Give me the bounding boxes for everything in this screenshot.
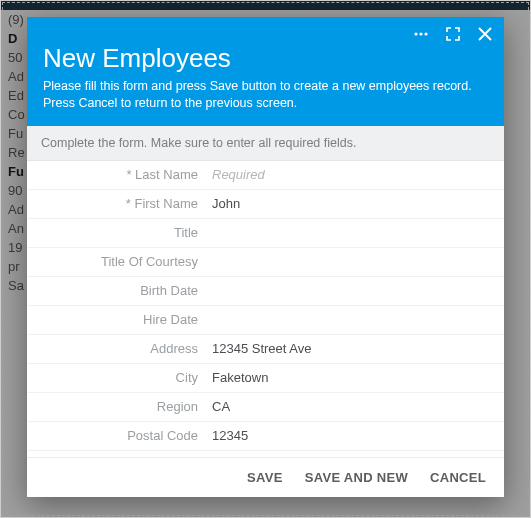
field-label: Address	[27, 335, 212, 362]
modal-header: New Employees Please fill this form and …	[27, 17, 504, 126]
svg-point-1	[419, 32, 422, 35]
field-value[interactable]: Faketown	[212, 364, 504, 391]
field-birth-date[interactable]: Birth Date	[27, 277, 504, 306]
field-value[interactable]: Required	[212, 161, 504, 188]
svg-point-0	[414, 32, 417, 35]
save-and-new-button[interactable]: SAVE AND NEW	[305, 470, 408, 485]
field-region[interactable]: Region CA	[27, 393, 504, 422]
field-label: Birth Date	[27, 277, 212, 304]
modal-subtitle: Please fill this form and press Save but…	[43, 78, 473, 112]
field-value[interactable]: John	[212, 190, 504, 217]
field-title[interactable]: Title	[27, 219, 504, 248]
field-value[interactable]	[212, 256, 504, 268]
field-label: Title	[27, 219, 212, 246]
field-first-name[interactable]: * First Name John	[27, 190, 504, 219]
field-city[interactable]: City Faketown	[27, 364, 504, 393]
svg-point-2	[424, 32, 427, 35]
field-label: Title Of Courtesy	[27, 248, 212, 275]
form-body[interactable]: * Last Name Required * First Name John T…	[27, 161, 504, 457]
close-icon[interactable]	[476, 25, 494, 43]
field-label: * First Name	[27, 190, 212, 217]
field-label: City	[27, 364, 212, 391]
field-value[interactable]: 12345 Street Ave	[212, 335, 504, 362]
field-value[interactable]: 12345	[212, 422, 504, 449]
field-label: Postal Code	[27, 422, 212, 449]
modal-footer: SAVE SAVE AND NEW CANCEL	[27, 457, 504, 497]
field-label: * Last Name	[27, 161, 212, 188]
field-postal-code[interactable]: Postal Code 12345	[27, 422, 504, 451]
field-last-name[interactable]: * Last Name Required	[27, 161, 504, 190]
field-label: Region	[27, 393, 212, 420]
field-value[interactable]: CA	[212, 393, 504, 420]
field-label: Hire Date	[27, 306, 212, 333]
modal-title: New Employees	[43, 43, 488, 74]
new-employees-modal: New Employees Please fill this form and …	[27, 17, 504, 497]
form-hint: Complete the form. Make sure to enter al…	[27, 126, 504, 161]
cancel-button[interactable]: CANCEL	[430, 470, 486, 485]
more-icon[interactable]	[412, 25, 430, 43]
field-value[interactable]	[212, 227, 504, 239]
field-title-of-courtesy[interactable]: Title Of Courtesy	[27, 248, 504, 277]
field-value[interactable]	[212, 314, 504, 326]
field-hire-date[interactable]: Hire Date	[27, 306, 504, 335]
fullscreen-icon[interactable]	[444, 25, 462, 43]
save-button[interactable]: SAVE	[247, 470, 283, 485]
field-value[interactable]	[212, 285, 504, 297]
field-address[interactable]: Address 12345 Street Ave	[27, 335, 504, 364]
